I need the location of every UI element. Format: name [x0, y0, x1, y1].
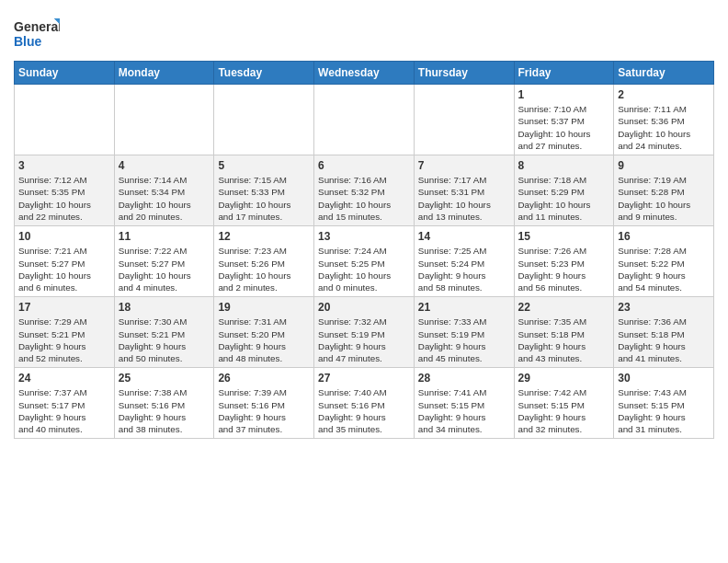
day-number: 1 [518, 87, 610, 102]
day-info: Sunrise: 7:42 AM Sunset: 5:15 PM Dayligh… [518, 386, 610, 435]
day-number: 22 [518, 300, 610, 315]
day-number: 21 [418, 300, 510, 315]
day-number: 12 [218, 229, 310, 244]
calendar-day-cell: 29Sunrise: 7:42 AM Sunset: 5:15 PM Dayli… [514, 368, 614, 439]
calendar-day-cell: 3Sunrise: 7:12 AM Sunset: 5:35 PM Daylig… [15, 155, 115, 226]
calendar-day-cell: 2Sunrise: 7:11 AM Sunset: 5:36 PM Daylig… [614, 85, 714, 155]
day-info: Sunrise: 7:39 AM Sunset: 5:16 PM Dayligh… [218, 386, 310, 435]
day-number: 6 [318, 158, 410, 173]
calendar-day-cell: 16Sunrise: 7:28 AM Sunset: 5:22 PM Dayli… [614, 226, 714, 297]
weekday-header: Saturday [614, 62, 714, 85]
day-info: Sunrise: 7:11 AM Sunset: 5:36 PM Dayligh… [618, 103, 710, 152]
day-number: 5 [218, 158, 310, 173]
calendar-week-row: 10Sunrise: 7:21 AM Sunset: 5:27 PM Dayli… [15, 226, 714, 297]
calendar-day-cell [314, 85, 415, 155]
day-number: 15 [518, 229, 610, 244]
day-number: 7 [418, 158, 510, 173]
calendar-day-cell [214, 85, 314, 155]
day-number: 24 [18, 371, 110, 385]
day-number: 2 [618, 87, 710, 102]
day-info: Sunrise: 7:22 AM Sunset: 5:27 PM Dayligh… [119, 245, 210, 293]
calendar-day-cell: 20Sunrise: 7:32 AM Sunset: 5:19 PM Dayli… [314, 297, 415, 368]
calendar-day-cell [15, 85, 115, 155]
day-info: Sunrise: 7:15 AM Sunset: 5:33 PM Dayligh… [218, 174, 310, 223]
day-number: 9 [618, 158, 710, 173]
day-info: Sunrise: 7:23 AM Sunset: 5:26 PM Dayligh… [218, 245, 310, 293]
day-info: Sunrise: 7:24 AM Sunset: 5:25 PM Dayligh… [318, 245, 410, 293]
day-info: Sunrise: 7:21 AM Sunset: 5:27 PM Dayligh… [18, 245, 110, 293]
calendar-day-cell [114, 85, 214, 155]
day-info: Sunrise: 7:28 AM Sunset: 5:22 PM Dayligh… [618, 245, 710, 293]
day-info: Sunrise: 7:12 AM Sunset: 5:35 PM Dayligh… [18, 174, 110, 223]
day-info: Sunrise: 7:14 AM Sunset: 5:34 PM Dayligh… [119, 174, 210, 223]
day-number: 27 [318, 371, 410, 385]
calendar-day-cell [414, 85, 514, 155]
day-number: 25 [119, 371, 210, 385]
calendar-week-row: 3Sunrise: 7:12 AM Sunset: 5:35 PM Daylig… [15, 155, 714, 226]
weekday-header: Thursday [414, 62, 514, 85]
day-number: 29 [518, 371, 610, 385]
day-number: 11 [119, 229, 210, 244]
logo-svg: General Blue [14, 15, 60, 53]
day-number: 10 [18, 229, 110, 244]
day-number: 8 [518, 158, 610, 173]
day-info: Sunrise: 7:36 AM Sunset: 5:18 PM Dayligh… [618, 316, 710, 364]
calendar-day-cell: 30Sunrise: 7:43 AM Sunset: 5:15 PM Dayli… [614, 368, 714, 439]
day-info: Sunrise: 7:41 AM Sunset: 5:15 PM Dayligh… [418, 386, 510, 435]
calendar-day-cell: 12Sunrise: 7:23 AM Sunset: 5:26 PM Dayli… [214, 226, 314, 297]
day-info: Sunrise: 7:40 AM Sunset: 5:16 PM Dayligh… [318, 386, 410, 435]
day-number: 16 [618, 229, 710, 244]
calendar-day-cell: 22Sunrise: 7:35 AM Sunset: 5:18 PM Dayli… [514, 297, 614, 368]
day-info: Sunrise: 7:32 AM Sunset: 5:19 PM Dayligh… [318, 316, 410, 364]
weekday-header: Monday [114, 62, 214, 85]
calendar-day-cell: 26Sunrise: 7:39 AM Sunset: 5:16 PM Dayli… [214, 368, 314, 439]
header: General Blue [14, 9, 714, 53]
day-number: 26 [218, 371, 310, 385]
weekday-header: Friday [514, 62, 614, 85]
day-info: Sunrise: 7:35 AM Sunset: 5:18 PM Dayligh… [518, 316, 610, 364]
calendar-day-cell: 24Sunrise: 7:37 AM Sunset: 5:17 PM Dayli… [15, 368, 115, 439]
calendar-day-cell: 25Sunrise: 7:38 AM Sunset: 5:16 PM Dayli… [114, 368, 214, 439]
day-number: 13 [318, 229, 410, 244]
day-info: Sunrise: 7:38 AM Sunset: 5:16 PM Dayligh… [119, 386, 210, 435]
calendar-day-cell: 10Sunrise: 7:21 AM Sunset: 5:27 PM Dayli… [15, 226, 115, 297]
day-info: Sunrise: 7:18 AM Sunset: 5:29 PM Dayligh… [518, 174, 610, 223]
day-info: Sunrise: 7:10 AM Sunset: 5:37 PM Dayligh… [518, 103, 610, 152]
calendar-day-cell: 23Sunrise: 7:36 AM Sunset: 5:18 PM Dayli… [614, 297, 714, 368]
calendar-day-cell: 14Sunrise: 7:25 AM Sunset: 5:24 PM Dayli… [414, 226, 514, 297]
weekday-header: Tuesday [214, 62, 314, 85]
calendar-day-cell: 9Sunrise: 7:19 AM Sunset: 5:28 PM Daylig… [614, 155, 714, 226]
day-number: 28 [418, 371, 510, 385]
calendar-day-cell: 18Sunrise: 7:30 AM Sunset: 5:21 PM Dayli… [114, 297, 214, 368]
calendar-header-row: SundayMondayTuesdayWednesdayThursdayFrid… [15, 62, 714, 85]
calendar-day-cell: 1Sunrise: 7:10 AM Sunset: 5:37 PM Daylig… [514, 85, 614, 155]
calendar-week-row: 24Sunrise: 7:37 AM Sunset: 5:17 PM Dayli… [15, 368, 714, 439]
calendar-day-cell: 13Sunrise: 7:24 AM Sunset: 5:25 PM Dayli… [314, 226, 415, 297]
day-number: 3 [18, 158, 110, 173]
day-info: Sunrise: 7:30 AM Sunset: 5:21 PM Dayligh… [119, 316, 210, 364]
calendar-day-cell: 15Sunrise: 7:26 AM Sunset: 5:23 PM Dayli… [514, 226, 614, 297]
day-info: Sunrise: 7:33 AM Sunset: 5:19 PM Dayligh… [418, 316, 510, 364]
calendar-day-cell: 19Sunrise: 7:31 AM Sunset: 5:20 PM Dayli… [214, 297, 314, 368]
calendar-day-cell: 7Sunrise: 7:17 AM Sunset: 5:31 PM Daylig… [414, 155, 514, 226]
day-info: Sunrise: 7:26 AM Sunset: 5:23 PM Dayligh… [518, 245, 610, 293]
calendar-day-cell: 17Sunrise: 7:29 AM Sunset: 5:21 PM Dayli… [15, 297, 115, 368]
day-info: Sunrise: 7:43 AM Sunset: 5:15 PM Dayligh… [618, 386, 710, 435]
calendar-day-cell: 28Sunrise: 7:41 AM Sunset: 5:15 PM Dayli… [414, 368, 514, 439]
calendar-day-cell: 6Sunrise: 7:16 AM Sunset: 5:32 PM Daylig… [314, 155, 415, 226]
calendar-day-cell: 27Sunrise: 7:40 AM Sunset: 5:16 PM Dayli… [314, 368, 415, 439]
svg-text:Blue: Blue [14, 34, 42, 49]
day-number: 18 [119, 300, 210, 315]
calendar-day-cell: 8Sunrise: 7:18 AM Sunset: 5:29 PM Daylig… [514, 155, 614, 226]
calendar-week-row: 1Sunrise: 7:10 AM Sunset: 5:37 PM Daylig… [15, 85, 714, 155]
day-number: 19 [218, 300, 310, 315]
day-number: 4 [119, 158, 210, 173]
day-number: 23 [618, 300, 710, 315]
calendar-day-cell: 4Sunrise: 7:14 AM Sunset: 5:34 PM Daylig… [114, 155, 214, 226]
day-info: Sunrise: 7:37 AM Sunset: 5:17 PM Dayligh… [18, 386, 110, 435]
weekday-header: Wednesday [314, 62, 415, 85]
weekday-header: Sunday [15, 62, 115, 85]
day-number: 20 [318, 300, 410, 315]
day-info: Sunrise: 7:19 AM Sunset: 5:28 PM Dayligh… [618, 174, 710, 223]
day-number: 30 [618, 371, 710, 385]
